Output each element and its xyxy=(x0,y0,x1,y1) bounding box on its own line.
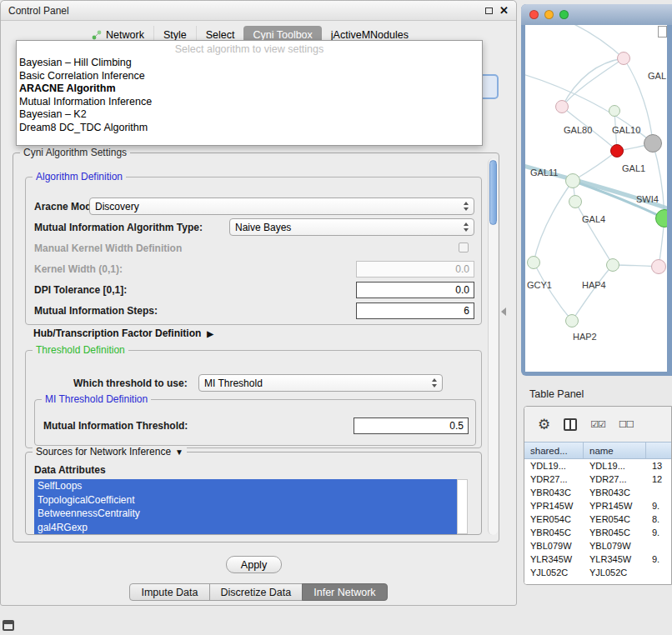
deselect-all-icon[interactable]: ☐☐ xyxy=(619,419,634,430)
gear-icon[interactable]: ⚙ xyxy=(538,418,550,432)
control-panel-titlebar: Control Panel ✕ xyxy=(1,1,516,21)
aracne-mode-select[interactable]: Discovery xyxy=(89,198,474,215)
table-row[interactable]: YBR045C YBR045C 9. xyxy=(524,526,671,539)
settings-scrollbar-thumb[interactable] xyxy=(489,160,497,225)
table-row[interactable]: YPR145W YPR145W 9. xyxy=(524,499,671,512)
column-header-name[interactable]: name xyxy=(584,442,646,458)
node-label: HAP2 xyxy=(573,332,597,342)
network-node-selected[interactable] xyxy=(610,144,624,158)
kernel-width-field[interactable]: 0.0 xyxy=(356,261,474,278)
data-attributes-list: SelfLoops TopologicalCoefficient Between… xyxy=(34,479,457,534)
attribute-item[interactable]: gal4RGexp xyxy=(34,521,457,535)
zoom-window-icon[interactable] xyxy=(559,10,569,19)
algorithm-option[interactable]: Bayesian – Hill Climbing xyxy=(17,57,482,70)
table-row[interactable]: YLR345W YLR345W 9. xyxy=(524,552,671,566)
overview-toggle-box[interactable] xyxy=(658,26,667,38)
manual-kernel-checkbox[interactable] xyxy=(459,242,469,252)
hub-definition-toggle[interactable]: Hub/Transcription Factor Definition ▶ xyxy=(33,328,213,339)
close-window-icon[interactable] xyxy=(529,10,539,19)
table-row[interactable]: YBL079W YBL079W xyxy=(524,539,671,552)
control-panel-title: Control Panel xyxy=(8,5,69,17)
dpi-tolerance-label: DPI Tolerance [0,1]: xyxy=(34,284,127,296)
cell: YPR145W xyxy=(524,501,584,511)
algorithm-combobox-fragment[interactable] xyxy=(483,74,499,99)
network-node[interactable] xyxy=(565,314,579,328)
column-header-shared-name[interactable]: shared... xyxy=(524,442,584,458)
network-node[interactable] xyxy=(569,195,582,208)
cell: 12 xyxy=(646,474,671,484)
splitpane-handle[interactable] xyxy=(501,308,506,316)
mi-steps-field[interactable]: 6 xyxy=(356,302,474,319)
which-threshold-label: Which threshold to use: xyxy=(73,378,188,389)
cell: YBL079W xyxy=(584,541,646,551)
node-label: GAL11 xyxy=(530,168,558,178)
network-icon xyxy=(92,30,103,40)
algorithm-dropdown-popup: Select algorithm to view settings Bayesi… xyxy=(16,40,483,146)
attribute-item[interactable]: SelfLoops xyxy=(34,479,457,493)
dpi-tolerance-field[interactable]: 0.0 xyxy=(356,282,474,298)
manual-kernel-label: Manual Kernel Width Definition xyxy=(34,242,182,254)
network-node[interactable] xyxy=(527,256,540,269)
mi-steps-label: Mutual Information Steps: xyxy=(34,305,158,317)
cell: YBR045C xyxy=(584,528,646,538)
network-node[interactable] xyxy=(651,259,666,274)
select-all-icon[interactable]: ☑☑ xyxy=(590,419,605,430)
tab-impute-data[interactable]: Impute Data xyxy=(129,583,209,601)
minimize-window-icon[interactable] xyxy=(544,10,554,19)
cell: YPR145W xyxy=(584,501,646,511)
network-node[interactable] xyxy=(609,105,620,117)
cell: YDR27... xyxy=(584,474,646,484)
settings-scrollbar[interactable] xyxy=(488,158,498,535)
network-view-window: GAL GAL80 GAL10 GAL11 GAL1 SWI4 GAL4 GCY… xyxy=(521,4,672,376)
attribute-item[interactable]: BetweennessCentrality xyxy=(34,507,457,521)
cyni-bottom-tabbar: Impute Data Discretize Data Infer Networ… xyxy=(1,583,516,601)
algorithm-option[interactable]: Mutual Information Inference xyxy=(17,96,482,109)
mi-type-select[interactable]: Naive Bayes xyxy=(229,218,474,236)
tab-discretize-data[interactable]: Discretize Data xyxy=(209,583,303,601)
algorithm-option[interactable]: Bayesian – K2 xyxy=(17,108,482,122)
table-row[interactable]: YJL052C YJL052C xyxy=(524,566,671,579)
network-node[interactable] xyxy=(617,52,630,65)
cell: YBL079W xyxy=(524,541,584,551)
column-header-3[interactable] xyxy=(646,442,671,458)
network-node[interactable] xyxy=(565,173,580,188)
restore-panel-icon[interactable] xyxy=(3,620,14,631)
close-icon[interactable]: ✕ xyxy=(499,5,509,16)
network-node[interactable] xyxy=(555,100,569,113)
apply-button[interactable]: Apply xyxy=(226,556,282,573)
cell: YER054C xyxy=(524,514,584,524)
collapse-right-icon: ▶ xyxy=(207,329,213,338)
combo-arrows-icon xyxy=(464,222,469,232)
algorithm-option-selected[interactable]: ARACNE Algorithm xyxy=(17,82,482,96)
attribute-item[interactable]: TopologicalCoefficient xyxy=(34,493,457,508)
float-panel-icon[interactable] xyxy=(485,8,493,14)
cyni-settings-group: Cyni Algorithm Settings Algorithm Defini… xyxy=(13,152,499,542)
cell: YDL19... xyxy=(524,461,584,471)
table-row[interactable]: YER054C YER054C 8. xyxy=(524,512,671,526)
table-panel-title: Table Panel xyxy=(529,388,584,400)
tab-infer-network[interactable]: Infer Network xyxy=(302,583,387,601)
aracne-mode-value: Discovery xyxy=(95,201,139,212)
sources-toggle[interactable]: Sources for Network Inference ▼ xyxy=(33,446,187,458)
collapse-down-icon: ▼ xyxy=(175,448,183,457)
network-window-titlebar xyxy=(521,4,672,25)
data-attributes-label: Data Attributes xyxy=(34,464,106,476)
cyni-settings-title: Cyni Algorithm Settings xyxy=(20,147,130,158)
node-label: HAP4 xyxy=(582,280,606,290)
network-node[interactable] xyxy=(644,134,662,152)
table-row[interactable]: YDL19... YDL19... 13 xyxy=(524,459,671,472)
attributes-list-scrollbar[interactable] xyxy=(457,479,468,534)
mi-threshold-field[interactable]: 0.5 xyxy=(354,418,469,434)
table-row[interactable]: YBR043C YBR043C xyxy=(524,486,671,499)
algorithm-option[interactable]: Dream8 DC_TDC Algorithm xyxy=(17,122,482,135)
columns-icon[interactable] xyxy=(564,418,577,431)
network-node[interactable] xyxy=(606,258,619,272)
cell: YLR345W xyxy=(524,554,584,564)
node-label: GAL10 xyxy=(612,125,640,135)
node-label: GAL xyxy=(648,71,666,81)
tab-jactivemodules-label: jActiveMNodules xyxy=(331,29,409,41)
network-canvas[interactable]: GAL GAL80 GAL10 GAL11 GAL1 SWI4 GAL4 GCY… xyxy=(525,25,667,372)
table-row[interactable]: YDR27... YDR27... 12 xyxy=(524,472,671,486)
which-threshold-select[interactable]: MI Threshold xyxy=(198,374,443,392)
algorithm-option[interactable]: Basic Correlation Inference xyxy=(17,70,482,83)
